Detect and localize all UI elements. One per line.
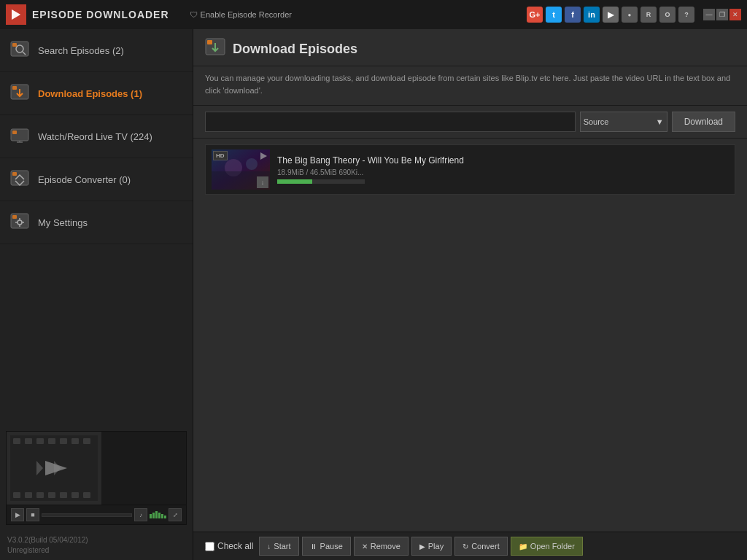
bottom-toolbar: Check all ↓ Start ⏸ Pause ✕ Remove ▶ Pla… (193, 532, 747, 560)
check-all-label: Check all (217, 541, 253, 551)
svg-point-45 (246, 158, 258, 170)
play-icon: ▶ (419, 542, 425, 551)
check-all-wrap: Check all (205, 541, 253, 551)
search-episodes-icon (9, 39, 31, 61)
sidebar-spacer (0, 244, 193, 425)
twitter-icon[interactable]: t (546, 7, 562, 23)
start-button[interactable]: ↓ Start (259, 537, 298, 556)
maximize-button[interactable]: ❐ (716, 9, 728, 20)
svg-rect-29 (83, 438, 90, 444)
expand-button[interactable]: ⤢ (169, 508, 182, 521)
download-episodes-icon (9, 82, 31, 104)
svg-rect-5 (12, 43, 17, 47)
chevron-down-icon: ▼ (656, 117, 664, 126)
version-line1: V3.0.2(Build 05/04/2012) (7, 535, 185, 545)
content-description: You can manage your downloading tasks, a… (193, 66, 747, 106)
play-button[interactable]: ▶ (11, 508, 24, 521)
item-thumbnail: HD ↓ (212, 149, 270, 190)
url-bar: Source ▼ Download (193, 106, 747, 139)
source-select[interactable]: Source ▼ (580, 112, 667, 132)
item-progress-bar (277, 179, 365, 184)
content-header: Download Episodes (193, 29, 747, 66)
content-area: Download Episodes You can manage your do… (193, 29, 747, 560)
content-title: Download Episodes (233, 42, 357, 57)
extra-icon2[interactable]: R (640, 7, 657, 23)
play-button[interactable]: ▶ Play (411, 537, 452, 556)
svg-rect-34 (60, 492, 67, 498)
extra-icon3[interactable]: O (659, 7, 676, 23)
search-episodes-label: Search Episodes (2) (38, 45, 124, 56)
watch-live-label: Watch/Reord Live TV (224) (38, 131, 152, 142)
svg-marker-47 (260, 152, 267, 160)
svg-rect-25 (36, 438, 44, 444)
check-all-checkbox[interactable] (205, 542, 214, 551)
sidebar-item-settings[interactable]: My Settings (0, 201, 193, 244)
app-title: EPISODE DOWNLOADER (32, 9, 169, 20)
pause-icon: ⏸ (310, 542, 317, 551)
item-progress-text: 18.9MiB / 46.5MiB 690Ki... (277, 168, 729, 176)
svg-rect-24 (25, 438, 32, 444)
svg-rect-23 (13, 438, 20, 444)
open-folder-button[interactable]: 📁 Open Folder (511, 537, 583, 556)
pause-button[interactable]: ⏸ Pause (302, 537, 351, 556)
volume-bars (150, 511, 166, 518)
progress-mini[interactable] (42, 513, 132, 517)
extra-icon4[interactable]: ? (678, 7, 694, 23)
svg-rect-16 (12, 215, 17, 219)
url-input[interactable] (205, 112, 576, 132)
preview-panel: ▶ ■ ♪ ⤢ (6, 431, 187, 525)
table-row: HD ↓ The Big Bang Theory - Will You Be M… (205, 144, 735, 195)
remove-button[interactable]: ✕ Remove (354, 537, 409, 556)
preview-thumbnail (7, 432, 101, 505)
youtube-icon[interactable]: ▶ (603, 7, 619, 23)
item-info: The Big Bang Theory - Will You Be My Gir… (277, 155, 729, 184)
svg-rect-35 (71, 492, 79, 498)
sidebar-item-watch[interactable]: Watch/Reord Live TV (224) (0, 115, 193, 158)
hd-badge: HD (213, 151, 228, 160)
svg-rect-30 (13, 492, 20, 498)
svg-rect-36 (83, 492, 90, 498)
settings-icon (9, 211, 31, 233)
download-list: HD ↓ The Big Bang Theory - Will You Be M… (193, 139, 747, 532)
converter-icon (9, 168, 31, 190)
download-arrow-icon: ↓ (257, 176, 268, 188)
close-button[interactable]: ✕ (729, 9, 741, 20)
item-title: The Big Bang Theory - Will You Be My Gir… (277, 155, 729, 166)
download-header-icon (205, 38, 227, 60)
minimize-button[interactable]: — (703, 9, 715, 20)
svg-rect-41 (207, 40, 212, 44)
svg-rect-32 (36, 492, 44, 498)
svg-rect-14 (12, 172, 17, 176)
sidebar-item-converter[interactable]: Episode Converter (0) (0, 158, 193, 201)
convert-icon: ↻ (462, 542, 468, 551)
volume-button[interactable]: ♪ (134, 508, 147, 521)
svg-rect-12 (12, 131, 17, 134)
converter-label: Episode Converter (0) (38, 174, 131, 185)
extra-icon1[interactable]: ● (622, 7, 638, 23)
version-line2: Unregistered (7, 545, 185, 556)
convert-button[interactable]: ↻ Convert (454, 537, 508, 556)
svg-rect-27 (60, 438, 67, 444)
preview-controls: ▶ ■ ♪ ⤢ (7, 505, 186, 524)
linkedin-icon[interactable]: in (584, 7, 600, 23)
folder-icon: 📁 (519, 542, 527, 551)
sidebar-item-download[interactable]: Download Episodes (1) (0, 72, 193, 115)
svg-rect-31 (25, 492, 32, 498)
title-icons: G+ t f in ▶ ● R O ? — ❐ ✕ (527, 7, 741, 23)
watch-live-icon (9, 125, 31, 147)
svg-rect-33 (48, 492, 55, 498)
stop-button[interactable]: ■ (26, 508, 39, 521)
item-progress-fill (277, 179, 312, 184)
gplus-icon[interactable]: G+ (527, 7, 543, 23)
sidebar-item-search[interactable]: Search Episodes (2) (0, 29, 193, 72)
start-icon: ↓ (267, 542, 271, 551)
facebook-icon[interactable]: f (565, 7, 581, 23)
play-small-icon (258, 151, 268, 161)
version-info: V3.0.2(Build 05/04/2012) Unregistered (0, 531, 193, 560)
download-button[interactable]: Download (672, 112, 735, 132)
window-controls: — ❐ ✕ (703, 9, 741, 20)
svg-rect-28 (71, 438, 79, 444)
enable-recorder-link[interactable]: 🛡 Enable Episode Recorder (190, 10, 292, 19)
main-layout: Search Episodes (2) Download Episodes (1… (0, 29, 747, 560)
sidebar: Search Episodes (2) Download Episodes (1… (0, 29, 193, 560)
